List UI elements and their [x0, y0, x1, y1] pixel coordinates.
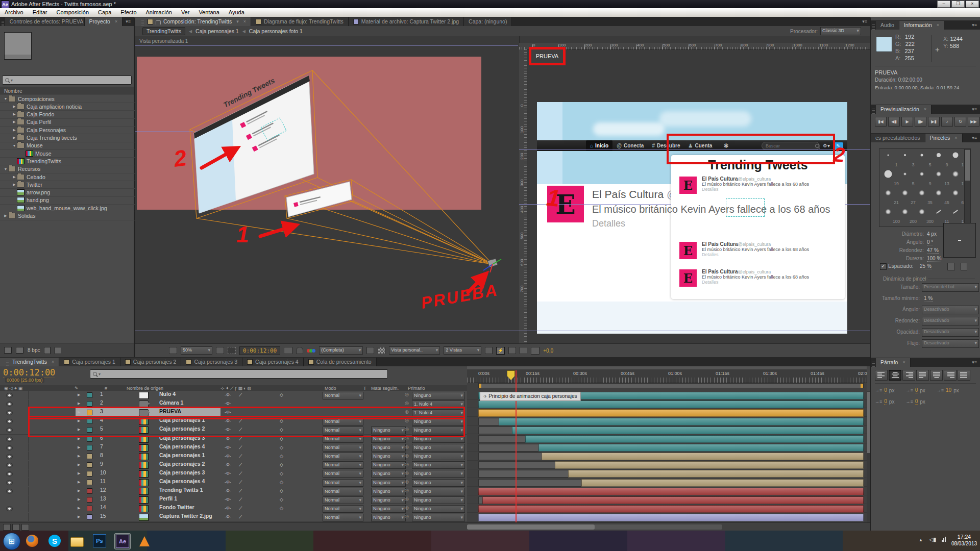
brush-preset-17[interactable]: 17: [947, 168, 964, 187]
layer-duration-bar[interactable]: [512, 427, 864, 434]
twirl-icon[interactable]: ▶: [12, 136, 17, 140]
menu-animación[interactable]: Animación: [141, 8, 177, 17]
network-icon[interactable]: [942, 537, 946, 542]
matte-dropdown[interactable]: Ninguno▾: [371, 514, 406, 521]
paragraph-value[interactable]: 10: [946, 387, 951, 393]
layer-row-12[interactable]: ▶12Trending Twitts 1-Ф-⟋◇Normal▾Ninguno▾…: [0, 487, 467, 496]
layer-twirl-icon[interactable]: ▶: [78, 480, 80, 484]
project-item-caja-ampliacion-noticia[interactable]: ▶Caja ampliacion noticia: [0, 103, 145, 111]
layer-duration-bar[interactable]: [568, 470, 864, 478]
pixel-aspect-icon[interactable]: [485, 347, 493, 354]
project-item-caja-personajes[interactable]: ▶Caja Personajes: [0, 126, 145, 134]
layer-row-7[interactable]: ▶7Caja personajes 4-Ф-⟋◇Normal▾Ninguno▾◎…: [0, 443, 467, 453]
parent-link-icon[interactable]: -Ф-: [225, 488, 231, 493]
twirl-icon[interactable]: ▶: [12, 175, 17, 179]
parent-dropdown[interactable]: Ninguno▾: [412, 514, 465, 521]
parent-dropdown[interactable]: Ninguno▾: [412, 505, 465, 513]
parent-link-icon[interactable]: -Ф-: [225, 401, 231, 406]
main-tweet-link[interactable]: Detalles: [592, 218, 625, 229]
layer-color-chip[interactable]: [87, 454, 92, 459]
twirl-icon[interactable]: ▶: [12, 128, 17, 132]
dyn-dropdown[interactable]: Desactivado▾: [922, 306, 979, 314]
column-matte[interactable]: Mate seguim.: [371, 386, 399, 391]
target-region-icon[interactable]: [366, 347, 374, 354]
parent-pickwhip-icon[interactable]: ◎: [405, 470, 409, 475]
menu-composición[interactable]: Composición: [52, 8, 93, 17]
brush-preset-11[interactable]: 11: [947, 206, 964, 224]
taskbar-skype[interactable]: S: [47, 533, 62, 548]
maximize-button[interactable]: ❒: [951, 1, 965, 8]
dyn-dropdown[interactable]: Desactivado▾: [922, 339, 979, 348]
twirl-icon[interactable]: ▶: [12, 183, 17, 187]
region-of-interest-icon[interactable]: [228, 347, 236, 354]
eye-icon[interactable]: [6, 410, 13, 415]
new-brush-icon[interactable]: [947, 263, 955, 270]
parent-link-icon[interactable]: -Ф-: [225, 445, 231, 450]
taskbar-firefox[interactable]: [24, 533, 40, 548]
matte-dropdown[interactable]: Ninguno▾: [371, 461, 406, 469]
layer-twirl-icon[interactable]: ▶: [78, 489, 80, 493]
column-source-name[interactable]: Nombre de origen: [127, 386, 163, 391]
layer-color-chip[interactable]: [87, 497, 92, 503]
layer-twirl-icon[interactable]: ▶: [78, 393, 80, 397]
eye-icon[interactable]: [6, 489, 13, 494]
tab-audio[interactable]: Audio: [876, 21, 899, 30]
play-button[interactable]: ▶: [901, 117, 913, 127]
paragraph-value[interactable]: 0: [884, 387, 887, 393]
align-button-2[interactable]: [902, 370, 915, 381]
layer-row-10[interactable]: ▶10Caja personajes 3-Ф-⟋◇Normal▾Ninguno▾…: [0, 469, 467, 479]
mode-dropdown[interactable]: Normal▾: [323, 461, 363, 469]
project-item-arrow-png[interactable]: arrow.png: [0, 189, 145, 197]
parent-pickwhip-icon[interactable]: ◎: [405, 514, 409, 519]
paragraph-value[interactable]: 0: [915, 387, 918, 393]
timeline-vscrollbar[interactable]: [867, 391, 870, 522]
tab-info[interactable]: Información×: [899, 21, 944, 30]
pencil-icon[interactable]: ⟋: [239, 506, 242, 511]
menu-archivo[interactable]: Archivo: [0, 8, 28, 17]
pencil-icon[interactable]: ⟋: [239, 514, 242, 520]
twirl-icon[interactable]: ▶: [3, 214, 8, 218]
parent-dropdown[interactable]: Ninguno▾: [412, 470, 465, 478]
brush-preset-3[interactable]: 3: [896, 149, 913, 168]
layer-duration-bar[interactable]: [478, 409, 864, 417]
layer-name[interactable]: Nulo 4: [159, 391, 176, 397]
tweet-avatar[interactable]: E: [679, 242, 697, 259]
layer-name[interactable]: Caja personajes 4: [159, 478, 205, 484]
brush-prop-value[interactable]: 47 %: [927, 247, 939, 254]
menu-ventana[interactable]: Ventana: [194, 8, 224, 17]
parent-pickwhip-icon[interactable]: ◎: [405, 488, 409, 493]
project-item-trendingtwitts[interactable]: TrendingTwitts: [0, 157, 145, 165]
expand-modes-icon[interactable]: [12, 524, 20, 531]
brush-prop-value[interactable]: 0 °: [927, 239, 933, 245]
brush-preset-35[interactable]: 35: [913, 187, 930, 206]
parent-dropdown[interactable]: Ninguno▾: [412, 488, 465, 495]
trash-icon[interactable]: [961, 263, 967, 270]
brush-preset-45[interactable]: 45: [930, 187, 947, 206]
tweet-name[interactable]: El País Cultura: [702, 241, 738, 247]
layer-duration-bar[interactable]: [538, 444, 864, 452]
new-folder-icon[interactable]: [16, 347, 23, 354]
align-button-5[interactable]: [944, 370, 957, 381]
layer-row-9[interactable]: ▶9Caja personajes 2-Ф-⟋◇Normal▾Ninguno▾◎…: [0, 461, 467, 470]
custom-view-3d[interactable]: Trending Tweets: [135, 36, 518, 343]
matte-dropdown[interactable]: Ninguno▾: [371, 479, 406, 487]
layer-duration-bar[interactable]: [499, 418, 864, 425]
layer-duration-bar[interactable]: [525, 435, 864, 443]
brush-prop-value[interactable]: 4 px: [927, 231, 937, 237]
cube-3d-icon[interactable]: ◇: [280, 480, 283, 485]
menu-ver[interactable]: Ver: [177, 8, 194, 17]
comp-tab-1[interactable]: Diagrama de flujo: TrendingTwitts: [251, 17, 349, 26]
brush-preset-5[interactable]: 5: [913, 149, 930, 168]
twirl-icon[interactable]: ▶: [12, 112, 17, 116]
eye-icon[interactable]: [6, 454, 13, 459]
layer-color-chip[interactable]: [87, 514, 92, 520]
layer-twirl-icon[interactable]: ▶: [78, 471, 80, 475]
layer-duration-bar[interactable]: [478, 505, 864, 513]
project-item-caja-perfil[interactable]: ▶Caja Perfil: [0, 118, 145, 127]
panel-grip[interactable]: [141, 20, 144, 26]
magnification-dropdown[interactable]: 50%▾: [181, 346, 212, 355]
first-frame-button[interactable]: ▮◀: [875, 117, 887, 127]
breadcrumb-0[interactable]: TrendingTwitts: [142, 27, 185, 35]
brush-preset-5[interactable]: 5: [896, 168, 913, 187]
project-item-hand-png[interactable]: hand.png: [0, 196, 145, 205]
